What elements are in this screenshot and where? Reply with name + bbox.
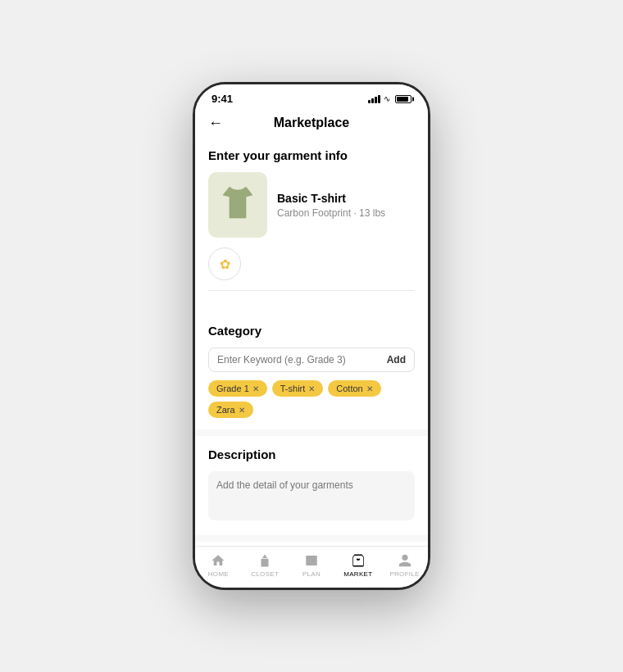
tag-label: Grade 1 — [216, 384, 249, 393]
tag-label: Zara — [216, 405, 235, 415]
keyword-input[interactable] — [217, 354, 387, 366]
keyword-input-row: Add — [208, 347, 415, 372]
status-time: 9:41 — [211, 93, 233, 105]
flower-icon: ✿ — [220, 257, 230, 272]
tags-row: Grade 1 ✕ T-shirt ✕ Cotton ✕ Zara ✕ — [208, 380, 415, 418]
description-textarea[interactable] — [208, 471, 415, 520]
category-title: Category — [208, 324, 415, 338]
tag-label: T-shirt — [280, 384, 306, 393]
tag-label: Cotton — [336, 384, 362, 393]
svg-rect-0 — [306, 556, 317, 565]
profile-icon — [398, 553, 412, 568]
tag-zara[interactable]: Zara ✕ — [208, 402, 253, 418]
tag-cotton[interactable]: Cotton ✕ — [328, 380, 380, 397]
description-title: Description — [208, 447, 415, 461]
nav-label-profile: PROFILE — [389, 570, 419, 578]
nav-item-closet[interactable]: CLOSET — [242, 553, 289, 578]
plan-icon — [304, 553, 319, 568]
tshirt-icon — [218, 184, 257, 226]
divider — [208, 290, 415, 291]
main-content: Enter your garment info Basic T-shirt Ca… — [195, 137, 428, 546]
tag-close-icon[interactable]: ✕ — [308, 384, 315, 393]
garment-image — [208, 172, 267, 238]
description-section: Description — [195, 436, 428, 535]
category-section: Category Add Grade 1 ✕ T-shirt ✕ Cotton … — [195, 312, 428, 429]
market-icon — [351, 553, 366, 568]
signal-icon — [368, 95, 380, 103]
header: ← Marketplace — [195, 109, 428, 137]
nav-item-home[interactable]: HOME — [195, 553, 242, 578]
garment-meta: Carbon Footprint · 13 lbs — [277, 207, 415, 219]
tag-close-icon[interactable]: ✕ — [252, 384, 259, 393]
back-button[interactable]: ← — [208, 115, 223, 132]
garment-name: Basic T-shirt — [277, 192, 415, 205]
garment-item: Basic T-shirt Carbon Footprint · 13 lbs — [208, 172, 415, 238]
garment-info-section: Enter your garment info Basic T-shirt Ca… — [195, 137, 428, 312]
tag-close-icon[interactable]: ✕ — [239, 406, 245, 415]
status-icons: ∿ — [368, 94, 412, 103]
tag-tshirt[interactable]: T-shirt ✕ — [272, 380, 324, 397]
tag-grade1[interactable]: Grade 1 ✕ — [208, 380, 267, 397]
nav-label-market: MARKET — [343, 570, 372, 578]
nav-label-closet: CLOSET — [251, 570, 279, 578]
bottom-nav: HOME CLOSET PLAN MARKET PROFILE — [195, 546, 428, 588]
wifi-icon: ∿ — [384, 94, 390, 103]
phone-shell: 9:41 ∿ ← Marketplace Enter your garment … — [193, 82, 430, 590]
garment-section-title: Enter your garment info — [208, 148, 415, 162]
garment-details: Basic T-shirt Carbon Footprint · 13 lbs — [277, 192, 415, 219]
tag-close-icon[interactable]: ✕ — [366, 384, 373, 393]
nav-item-market[interactable]: MARKET — [334, 553, 381, 578]
add-keyword-button[interactable]: Add — [387, 354, 406, 366]
home-icon — [211, 553, 225, 568]
status-bar: 9:41 ∿ — [195, 84, 428, 109]
nav-item-plan[interactable]: PLAN — [289, 553, 335, 578]
page-title: Marketplace — [274, 116, 350, 130]
add-image-button[interactable]: ✿ — [208, 247, 241, 280]
battery-icon — [395, 95, 412, 103]
nav-label-home: HOME — [208, 570, 229, 578]
nav-label-plan: PLAN — [302, 570, 321, 578]
nav-item-profile[interactable]: PROFILE — [381, 553, 428, 578]
closet-icon — [257, 553, 272, 568]
